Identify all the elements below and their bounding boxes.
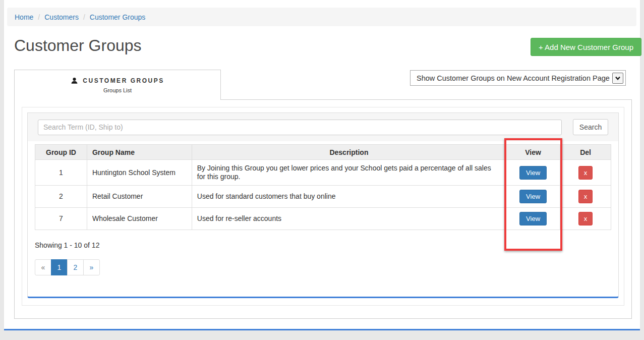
add-new-customer-group-button[interactable]: + Add New Customer Group xyxy=(531,38,641,56)
delete-button[interactable]: x xyxy=(578,166,593,180)
chevron-down-icon xyxy=(612,73,623,84)
tab-bar-spacer: Show Customer Groups on New Account Regi… xyxy=(221,70,632,100)
pagination-next[interactable]: » xyxy=(83,259,100,275)
cell-group-id: 7 xyxy=(35,208,87,230)
pagination-page-1[interactable]: 1 xyxy=(51,259,68,275)
breadcrumb-separator: / xyxy=(38,13,40,21)
search-row: Search xyxy=(28,113,618,141)
cell-group-id: 1 xyxy=(35,160,87,186)
header-del: Del xyxy=(560,145,611,160)
cell-group-name: Wholesale Customer xyxy=(87,208,192,230)
breadcrumb-home[interactable]: Home xyxy=(15,13,33,21)
table-row: 1 Huntington School System By Joining th… xyxy=(35,160,611,186)
tab-content-panel: Search Group ID Group Name Description V… xyxy=(14,100,632,319)
cell-description: Used for re-seller accounts xyxy=(192,208,506,230)
pagination-prev[interactable]: « xyxy=(35,259,51,275)
delete-button[interactable]: x xyxy=(578,190,593,203)
table-row: 7 Wholesale Customer Used for re-seller … xyxy=(35,208,611,230)
tab-customer-groups[interactable]: CUSTOMER GROUPS Groups List xyxy=(14,70,221,100)
breadcrumb-customers[interactable]: Customers xyxy=(44,13,79,21)
view-button[interactable]: View xyxy=(519,212,547,225)
customer-groups-table: Group ID Group Name Description View Del… xyxy=(35,144,611,230)
cell-group-name: Retail Customer xyxy=(87,186,192,208)
view-button[interactable]: View xyxy=(519,166,547,180)
person-icon xyxy=(71,77,78,85)
tab-label: CUSTOMER GROUPS xyxy=(83,77,164,84)
header-group-name: Group Name xyxy=(87,145,192,160)
search-button[interactable]: Search xyxy=(573,119,608,135)
tab-bar: CUSTOMER GROUPS Groups List Show Custome… xyxy=(14,70,632,100)
tab-sublabel: Groups List xyxy=(103,87,132,93)
cell-description: By Joining this Group you get lower pric… xyxy=(192,160,506,186)
outer-panel: Search Group ID Group Name Description V… xyxy=(22,107,624,306)
registration-page-select[interactable]: Show Customer Groups on New Account Regi… xyxy=(410,70,626,86)
table-header-row: Group ID Group Name Description View Del xyxy=(35,145,611,160)
cell-group-name: Huntington School System xyxy=(87,160,192,186)
header-view: View xyxy=(506,145,560,160)
groups-table-wrap: Group ID Group Name Description View Del… xyxy=(28,141,618,230)
table-row: 2 Retail Customer Used for standard cust… xyxy=(35,186,611,208)
breadcrumb-separator: / xyxy=(83,13,85,21)
results-summary: Showing 1 - 10 of 12 xyxy=(35,241,611,249)
search-input[interactable] xyxy=(38,120,562,135)
breadcrumb: Home / Customers / Customer Groups xyxy=(7,8,636,26)
page: Home / Customers / Customer Groups Custo… xyxy=(0,0,644,340)
header-description: Description xyxy=(192,145,506,160)
registration-select-value: Show Customer Groups on New Account Regi… xyxy=(417,74,610,82)
groups-list-panel: Search Group ID Group Name Description V… xyxy=(27,112,619,298)
pagination: « 1 2 » xyxy=(35,259,100,275)
breadcrumb-customer-groups[interactable]: Customer Groups xyxy=(90,13,145,21)
content-wrapper: Home / Customers / Customer Groups Custo… xyxy=(4,0,640,330)
view-button[interactable]: View xyxy=(519,190,547,203)
delete-button[interactable]: x xyxy=(578,212,593,225)
header-group-id: Group ID xyxy=(35,145,87,160)
pagination-page-2[interactable]: 2 xyxy=(67,259,84,275)
cell-description: Used for standard customers that buy onl… xyxy=(192,186,506,208)
cell-group-id: 2 xyxy=(35,186,87,208)
